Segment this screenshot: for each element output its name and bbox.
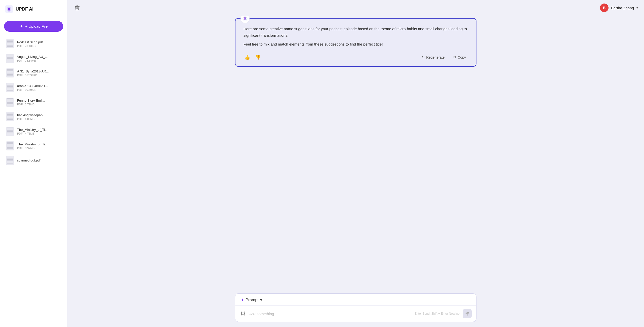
file-icon: [6, 83, 14, 92]
chat-area: Here are some creative name suggestions …: [67, 16, 644, 290]
file-icon: [6, 68, 14, 77]
chevron-down-icon: ▾: [636, 6, 638, 10]
action-buttons: ↻ Regenerate ⧉ Copy: [420, 54, 468, 60]
thumbs-up-button[interactable]: 👍: [244, 54, 251, 61]
response-outro: Feel free to mix and match elements from…: [244, 41, 468, 48]
response-intro: Here are some creative name suggestions …: [244, 26, 468, 38]
upload-plus-icon: ＋: [20, 24, 23, 29]
svg-point-4: [244, 17, 245, 18]
main-area: B Bertha Zhang ▾ Here are some cre: [67, 0, 644, 327]
upload-button[interactable]: ＋ + Upload File: [4, 21, 63, 32]
copy-label: Copy: [458, 55, 466, 59]
file-item[interactable]: banking whitepap... PDF · 4.06MB: [2, 110, 65, 124]
file-meta: PDF · 4.06MB: [17, 117, 61, 120]
file-name: The_Ministry_of_Ti...: [17, 142, 61, 146]
avatar: B: [600, 4, 609, 12]
sparkle-icon: ✦: [241, 298, 244, 302]
ai-content: Here are some creative name suggestions …: [244, 26, 468, 48]
ai-logo: [240, 16, 250, 23]
topbar: B Bertha Zhang ▾: [67, 0, 644, 16]
sidebar-header: UPDF AI: [0, 0, 67, 17]
ai-brand-icon: [242, 16, 248, 21]
user-info[interactable]: B Bertha Zhang ▾: [600, 4, 638, 12]
send-button[interactable]: [463, 309, 472, 318]
file-icon: [6, 127, 14, 136]
file-list: Podcast Scrip.pdf PDF · 70.43KB Vogue_Li…: [0, 35, 67, 327]
ai-response-box: Here are some creative name suggestions …: [235, 18, 476, 67]
app-title: UPDF AI: [16, 7, 33, 12]
svg-point-5: [246, 17, 247, 18]
ask-input[interactable]: [249, 312, 412, 316]
svg-point-7: [244, 19, 245, 20]
file-meta: PDF · 70.43KB: [17, 45, 61, 48]
svg-point-3: [245, 18, 246, 19]
file-icon: [6, 39, 14, 48]
file-meta: PDF · 90.89KB: [17, 88, 61, 91]
file-meta: PDF · 557.99KB: [17, 74, 61, 77]
updf-logo: [5, 5, 13, 13]
file-item[interactable]: Vogue_Living_AU_... PDF · 78.34MB: [2, 51, 65, 65]
input-box: ✦ Prompt ▾ 🖼 Enter Send; Shift + Enter N…: [235, 293, 476, 322]
regenerate-button[interactable]: ↻ Regenerate: [420, 54, 447, 60]
svg-point-1: [8, 8, 10, 10]
send-icon: [465, 312, 469, 316]
input-hint: Enter Send; Shift + Enter Newline: [415, 312, 460, 315]
file-meta: PDF · 2.71MB: [17, 103, 61, 106]
file-item[interactable]: The_Ministry_of_Ti... PDF · 3.97MB: [2, 139, 65, 153]
username: Bertha Zhang: [611, 6, 634, 10]
input-bottom: 🖼 Enter Send; Shift + Enter Newline: [235, 306, 476, 322]
file-name: A.31_Syria2018-AR...: [17, 69, 61, 73]
trash-icon: [74, 5, 80, 11]
image-button[interactable]: 🖼: [240, 310, 246, 317]
file-icon: [6, 141, 14, 150]
ai-footer: 👍 👎 ↻ Regenerate ⧉ Copy: [244, 52, 468, 61]
file-name: Podcast Scrip.pdf: [17, 40, 61, 44]
file-item[interactable]: Podcast Scrip.pdf PDF · 70.43KB: [2, 37, 65, 51]
file-meta: PDF · 4.73MB: [17, 132, 61, 135]
file-name: banking whitepap...: [17, 113, 61, 117]
thumbs-down-button[interactable]: 👎: [254, 54, 262, 61]
copy-icon: ⧉: [454, 55, 456, 59]
file-meta: PDF · 3.97MB: [17, 147, 61, 150]
input-top: ✦ Prompt ▾: [235, 294, 476, 306]
image-icon: 🖼: [241, 311, 245, 316]
prompt-label: Prompt: [246, 298, 259, 302]
file-icon: [6, 156, 14, 165]
file-item[interactable]: A.31_Syria2018-AR... PDF · 557.99KB: [2, 66, 65, 80]
file-icon: [6, 98, 14, 107]
feedback-buttons: 👍 👎: [244, 54, 262, 61]
file-name: scanned-pdf.pdf: [17, 158, 61, 162]
prompt-button[interactable]: ✦ Prompt ▾: [240, 297, 263, 303]
regenerate-icon: ↻: [422, 55, 425, 59]
regenerate-label: Regenerate: [426, 55, 445, 59]
file-name: Vogue_Living_AU_...: [17, 55, 61, 59]
trash-button[interactable]: [73, 4, 81, 12]
file-item[interactable]: The_Ministry_of_Ti... PDF · 4.73MB: [2, 124, 65, 138]
svg-point-6: [246, 19, 247, 20]
file-name: The_Ministry_of_Ti...: [17, 128, 61, 132]
file-item[interactable]: arabic-1333488651... PDF · 90.89KB: [2, 80, 65, 95]
upload-label: + Upload File: [25, 24, 48, 28]
file-item[interactable]: Funny-Story-Emil... PDF · 2.71MB: [2, 95, 65, 109]
file-icon: [6, 54, 14, 63]
file-item[interactable]: scanned-pdf.pdf: [2, 153, 65, 168]
file-icon: [6, 112, 14, 121]
file-name: Funny-Story-Emil...: [17, 99, 61, 102]
prompt-chevron-icon: ▾: [260, 298, 262, 302]
input-area: ✦ Prompt ▾ 🖼 Enter Send; Shift + Enter N…: [67, 290, 644, 327]
sidebar: UPDF AI ＋ + Upload File Podcast Scrip.pd…: [0, 0, 67, 327]
file-name: arabic-1333488651...: [17, 84, 61, 88]
copy-button[interactable]: ⧉ Copy: [452, 54, 468, 60]
file-meta: PDF · 78.34MB: [17, 59, 61, 62]
